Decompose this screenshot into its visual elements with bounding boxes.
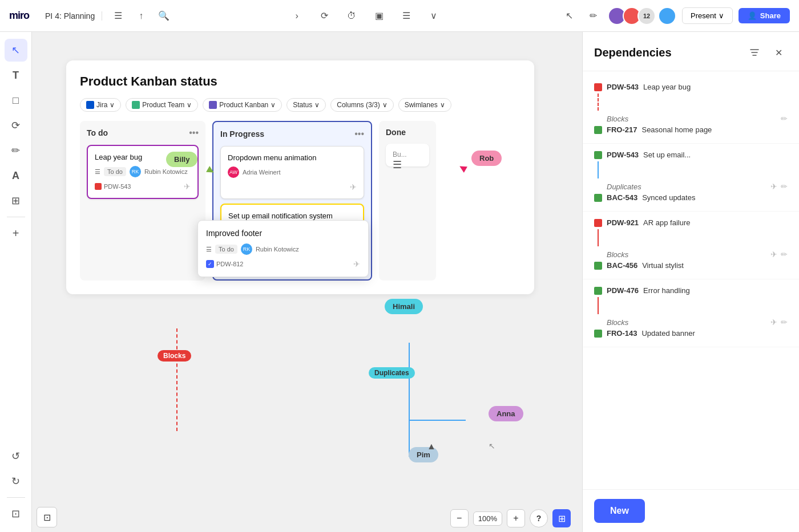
dep-relation-4: Blocks ✈ ✏ xyxy=(594,315,788,329)
table-tool-button[interactable]: ⊞ xyxy=(5,189,27,212)
card-dropdown-title: Dropdown menu animation xyxy=(228,153,357,162)
filter-product-team-label: Product Team xyxy=(142,101,184,109)
dep-line-3 xyxy=(598,229,788,246)
avatar-count[interactable]: 12 xyxy=(637,7,656,25)
zoom-in-button[interactable]: + xyxy=(507,509,525,527)
column-todo-more[interactable]: ••• xyxy=(189,128,199,138)
new-dependency-button[interactable]: New xyxy=(594,499,645,523)
dep-source-3-icon xyxy=(594,219,602,227)
bubble-himali-label: Himali xyxy=(393,302,415,311)
dep-source-4: PDW-476 Error handling xyxy=(594,286,788,295)
collab-icon[interactable]: ✏ xyxy=(584,7,602,25)
floating-id-text: PDW-812 xyxy=(216,261,243,267)
card-leap-avatar: RK xyxy=(130,166,141,177)
bottom-bar: − 100% + ? ⊞ xyxy=(32,505,582,532)
grid-icon[interactable]: ☰ xyxy=(396,6,417,26)
dep-edit-3-icon[interactable]: ✏ xyxy=(781,250,788,259)
dep-edit-2-icon[interactable]: ✏ xyxy=(781,182,788,191)
floating-avatar: RK xyxy=(241,243,252,255)
zoom-out-button[interactable]: − xyxy=(450,509,469,527)
dep-relation-3: Blocks ✈ ✏ xyxy=(594,247,788,261)
column-inprogress-more[interactable]: ••• xyxy=(354,129,364,139)
product-team-icon xyxy=(132,101,140,109)
help-button[interactable]: ? xyxy=(530,509,548,527)
filter-columns[interactable]: Columns (3/3) ∨ xyxy=(330,98,393,112)
column-done-title: Done xyxy=(386,128,406,137)
frame-icon[interactable]: ▣ xyxy=(369,6,389,26)
dep-source-1: PDW-543 Leap year bug xyxy=(594,83,788,91)
topbar-right: ↖ ✏ 12 Present ∨ 👤 Share xyxy=(551,7,799,25)
frames-button[interactable]: ⊡ xyxy=(5,502,27,525)
dep-target-2-id: BAC-543 xyxy=(607,193,637,202)
filter-product-kanban[interactable]: Product Kanban ∨ xyxy=(203,98,282,112)
dep-filter-icon[interactable] xyxy=(745,43,764,62)
avatar-3 xyxy=(658,7,676,25)
dep-relation-4-text: Blocks xyxy=(607,318,628,327)
dep-pin-3-icon[interactable]: ✈ xyxy=(770,250,777,259)
board-title: Product Kanban status xyxy=(80,74,520,89)
filter-pt-arrow: ∨ xyxy=(187,101,192,109)
arrow-anna: ↖ xyxy=(489,441,495,450)
dependencies-panel: Dependencies ✕ PDW-543 Leap year bug Blo… xyxy=(582,32,799,532)
pen-tool-button[interactable]: ✏ xyxy=(5,139,27,162)
arrow-pim: ▲ xyxy=(427,441,436,452)
dep-target-2: BAC-543 Synced updates xyxy=(594,193,788,202)
dep-group-2: PDW-543 Set up email... Duplicates ✈ ✏ B… xyxy=(583,144,799,212)
dep-edit-1-icon[interactable]: ✏ xyxy=(781,114,788,123)
leap-id-icon xyxy=(95,183,102,190)
search-button[interactable]: 🔍 xyxy=(155,7,173,25)
dep-line-2 xyxy=(598,161,788,178)
undo-button[interactable]: ↺ xyxy=(5,445,27,468)
filter-swimlanes[interactable]: Swimlanes ∨ xyxy=(398,98,451,112)
menu-button[interactable]: ☰ xyxy=(109,7,127,25)
dep-pin-2-icon[interactable]: ✈ xyxy=(770,182,777,191)
bubble-himali: Himali xyxy=(385,299,423,314)
done-placeholder: Bu... xyxy=(393,151,422,159)
minimap-button[interactable]: ⊞ xyxy=(552,509,571,527)
floating-id-row: ✓ PDW-812 ✈ xyxy=(206,259,360,269)
dep-target-4-id: FRO-143 xyxy=(607,329,637,338)
dep-relation-3-icons: ✈ ✏ xyxy=(770,250,788,259)
dep-source-3: PDW-921 AR app failure xyxy=(594,218,788,227)
filter-jira[interactable]: Jira ∨ xyxy=(80,98,121,112)
dep-target-1-id: FRO-217 xyxy=(607,125,637,134)
dep-target-4: FRO-143 Updated banner xyxy=(594,329,788,338)
sticky-tool-button[interactable]: □ xyxy=(5,89,27,112)
timer-icon[interactable]: ⏱ xyxy=(341,6,362,26)
dep-close-icon[interactable]: ✕ xyxy=(769,43,788,62)
present-button[interactable]: Present ∨ xyxy=(682,7,733,24)
select-tool-button[interactable]: ↖ xyxy=(5,39,27,62)
dep-pin-4-icon[interactable]: ✈ xyxy=(770,318,777,327)
topbar-quick-actions: ☰ ↑ 🔍 xyxy=(102,7,180,25)
filter-status-label: Status xyxy=(293,101,312,109)
done-menu-icon: ☰ xyxy=(393,159,422,171)
marker-tool-button[interactable]: A xyxy=(5,164,27,187)
add-tool-button[interactable]: + xyxy=(5,222,27,245)
filter-product-team[interactable]: Product Team ∨ xyxy=(126,98,198,112)
cursor-icon[interactable]: ↖ xyxy=(560,7,578,25)
share-icon: 👤 xyxy=(748,11,757,20)
duplicates-h-line xyxy=(409,420,466,421)
dep-source-3-name: AR app failure xyxy=(643,218,690,227)
dep-edit-4-icon[interactable]: ✏ xyxy=(781,318,788,327)
connector-tool-button[interactable]: ⟳ xyxy=(5,114,27,137)
export-button[interactable]: ↑ xyxy=(132,7,150,25)
redo-button[interactable]: ↻ xyxy=(5,470,27,493)
share-button[interactable]: 👤 Share xyxy=(739,8,790,23)
card-leap-id-row: PDW-543 ✈ xyxy=(95,182,191,191)
filter-status[interactable]: Status ∨ xyxy=(286,98,326,112)
logo-text: miro xyxy=(9,10,29,21)
forward-icon[interactable]: › xyxy=(286,6,307,26)
dep-source-1-icon xyxy=(594,83,602,91)
column-todo: To do ••• Leap year bug ☰ To do RK Rubin… xyxy=(80,121,205,281)
more-tools-icon[interactable]: ∨ xyxy=(423,6,444,26)
dep-line-4 xyxy=(598,297,788,314)
text-tool-button[interactable]: T xyxy=(5,64,27,87)
dep-line-1 xyxy=(598,94,788,111)
card-leap-pin: ✈ xyxy=(184,182,191,191)
card-email-title: Set up email notification system xyxy=(228,212,356,220)
connect-icon[interactable]: ⟳ xyxy=(314,6,334,26)
filter-columns-arrow: ∨ xyxy=(382,101,388,109)
dep-source-4-icon xyxy=(594,287,602,295)
card-dropdown-id-row: ✈ xyxy=(228,182,357,192)
